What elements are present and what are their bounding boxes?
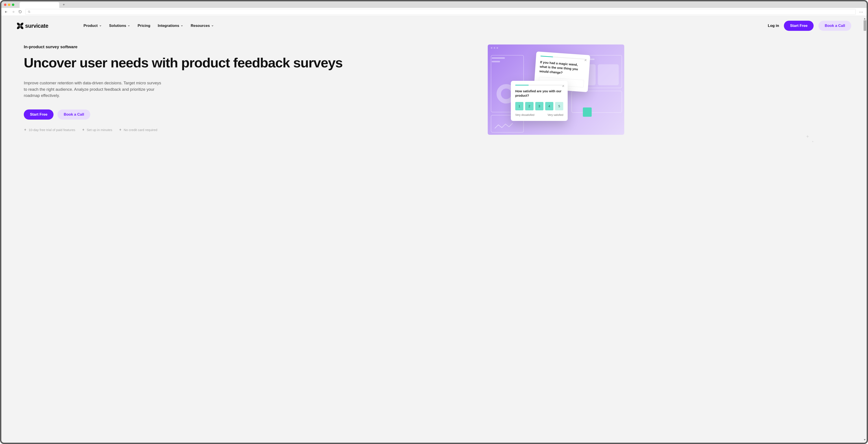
main-nav: Product Solutions Pricing Integrations: [84, 24, 214, 28]
nav-solutions[interactable]: Solutions: [109, 24, 130, 28]
nav-product[interactable]: Product: [84, 24, 101, 28]
survey-card-satisfaction: ✕ How satisfied are you with our product…: [511, 81, 568, 121]
browser-chrome: + ⋯: [1, 1, 867, 16]
trust-text: Set up in minutes: [87, 128, 112, 132]
trust-item: No credit card required: [119, 128, 157, 132]
progress-bar: [515, 85, 563, 85]
nav-pricing[interactable]: Pricing: [137, 24, 150, 28]
close-icon: ✕: [562, 84, 565, 88]
login-link[interactable]: Log in: [768, 24, 779, 28]
bolt-icon: [24, 128, 27, 131]
new-tab-button[interactable]: +: [63, 3, 65, 7]
hero-description: Improve customer retention with data-dri…: [24, 80, 165, 99]
chevron-down-icon: [211, 25, 214, 27]
bolt-icon: [119, 128, 122, 131]
browser-toolbar: ⋯: [1, 8, 867, 16]
nav-label: Pricing: [137, 24, 150, 28]
rating-option-2: 2: [525, 102, 533, 110]
sparkle-icon: ✦: [812, 140, 814, 143]
hero-book-call-button[interactable]: Book a Call: [58, 110, 90, 120]
sparkle-icon: ✦: [806, 134, 809, 139]
rating-option-4: 4: [545, 102, 553, 110]
nav-label: Integrations: [158, 24, 179, 28]
rating-option-1: 1: [515, 102, 523, 110]
green-block: [583, 108, 592, 117]
site-header: survicate Product Solutions Pricing: [1, 16, 867, 36]
rating-option-5: 5: [555, 102, 563, 110]
close-icon: ✕: [584, 58, 587, 62]
scrollbar[interactable]: [864, 17, 866, 441]
hero-eyebrow: In-product survey software: [24, 45, 479, 49]
scroll-up-icon[interactable]: [864, 18, 866, 20]
chevron-down-icon: [127, 25, 130, 27]
chevron-down-icon: [99, 25, 102, 27]
maximize-window-icon[interactable]: [12, 3, 14, 6]
nav-integrations[interactable]: Integrations: [158, 24, 183, 28]
logo-text: survicate: [25, 23, 48, 29]
illustration-background: ✕ If you had a magic wand, what is the o…: [488, 45, 624, 135]
viewport: survicate Product Solutions Pricing: [1, 16, 867, 443]
logo-icon: [17, 23, 23, 29]
svg-point-0: [28, 11, 30, 12]
bolt-icon: [82, 128, 85, 131]
survey-question: If you had a magic wand, what is the one…: [539, 60, 585, 77]
trust-item: 10-day free trial of paid features: [24, 128, 75, 132]
hero-section: In-product survey software Uncover user …: [1, 36, 867, 137]
wireframe-panel: [571, 91, 622, 113]
scroll-down-icon[interactable]: [864, 439, 866, 441]
nav-label: Resources: [191, 24, 210, 28]
progress-bar: [540, 56, 586, 59]
nav-label: Solutions: [109, 24, 126, 28]
rating-option-3: 3: [535, 102, 544, 110]
nav-resources[interactable]: Resources: [191, 24, 214, 28]
hero-start-free-button[interactable]: Start Free: [24, 110, 54, 120]
page-content: survicate Product Solutions Pricing: [1, 16, 867, 443]
trust-text: No credit card required: [124, 128, 157, 132]
chevron-down-icon: [181, 25, 183, 27]
search-icon: [28, 10, 31, 13]
rating-labels: Very dissatisfied Very satisfied: [515, 113, 563, 117]
header-actions: Log in Start Free Book a Call: [768, 21, 851, 31]
rating-label-high: Very satisfied: [548, 113, 563, 117]
logo[interactable]: survicate: [17, 23, 48, 29]
scrollbar-thumb[interactable]: [864, 20, 866, 31]
browser-menu-button[interactable]: ⋯: [859, 9, 864, 14]
tab-row: +: [1, 1, 867, 8]
window-dots-icon: [491, 47, 498, 49]
browser-frame: + ⋯ su: [0, 0, 868, 444]
book-call-button[interactable]: Book a Call: [818, 21, 851, 31]
window-controls: [4, 3, 14, 6]
trust-text: 10-day free trial of paid features: [29, 128, 75, 132]
minimize-window-icon[interactable]: [8, 3, 10, 6]
survey-question: How satisfied are you with our product?: [515, 89, 563, 98]
hero-illustration: ✕ If you had a magic wand, what is the o…: [488, 45, 867, 137]
close-window-icon[interactable]: [4, 3, 6, 6]
line-chart-icon: [494, 122, 514, 131]
hero-content: In-product survey software Uncover user …: [24, 45, 479, 137]
reload-button[interactable]: [19, 10, 22, 13]
hero-title: Uncover user needs with product feedback…: [24, 56, 479, 70]
wireframe-block: [598, 64, 619, 85]
rating-row: 1 2 3 4 5: [515, 102, 563, 110]
start-free-button[interactable]: Start Free: [784, 21, 814, 31]
browser-tab[interactable]: [20, 2, 59, 8]
forward-button[interactable]: [11, 10, 15, 14]
back-button[interactable]: [4, 10, 8, 14]
trust-row: 10-day free trial of paid features Set u…: [24, 128, 479, 132]
address-bar[interactable]: [25, 9, 856, 15]
rating-label-low: Very dissatisfied: [515, 113, 534, 117]
hero-ctas: Start Free Book a Call: [24, 110, 479, 120]
nav-label: Product: [84, 24, 97, 28]
trust-item: Set up in minutes: [82, 128, 112, 132]
